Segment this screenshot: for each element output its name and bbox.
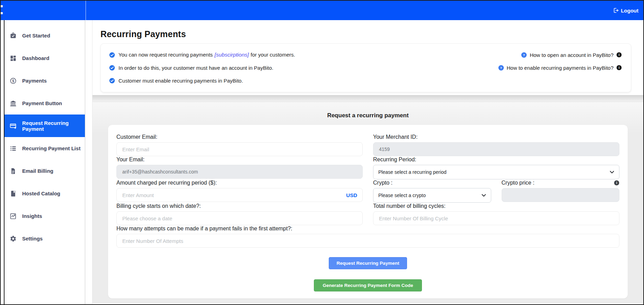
amount-input[interactable] <box>116 188 363 202</box>
svg-text:?: ? <box>500 66 502 69</box>
attempts-label: How many attempts can be made if a payme… <box>116 226 619 232</box>
info-bullet: In order to do this, your customer must … <box>109 63 295 73</box>
chart-line-icon <box>9 213 17 220</box>
info-bullets: You can now request recurring payments [… <box>109 50 295 88</box>
billing-cycles-field: Total number of billing cycles: <box>373 203 619 225</box>
currency-tag: USD <box>346 192 357 198</box>
help-link-open-account[interactable]: ? How to open an account in PayBito? i <box>498 50 622 60</box>
request-recurring-payment-button[interactable]: Request Recurring Payment <box>329 257 407 269</box>
chevron-down-icon <box>482 194 486 197</box>
sidebar-item-label: Hosted Catalog <box>22 190 60 196</box>
help-links: ? How to open an account in PayBito? i ?… <box>498 50 622 88</box>
crypto-label: Crypto : <box>373 180 491 186</box>
billing-cycles-input[interactable] <box>373 211 619 225</box>
svg-text:i: i <box>619 66 620 69</box>
info-bullet: You can now request recurring payments [… <box>109 50 295 60</box>
recurring-period-value: Please select a recurring period <box>378 169 447 175</box>
customer-email-input[interactable] <box>116 142 363 156</box>
attempts-input[interactable] <box>116 234 619 248</box>
dashboard-grid-icon <box>9 55 17 62</box>
crypto-price-input <box>502 188 620 202</box>
merchant-id-field: Your Merchant ID: <box>373 134 619 156</box>
attempts-field: How many attempts can be made if a payme… <box>116 226 619 248</box>
sidebar-item-settings[interactable]: Settings <box>5 227 85 250</box>
sidebar-item-label: Settings <box>22 236 43 242</box>
crypto-price-label: Crypto price : <box>502 180 535 186</box>
sidebar-item-email-billing[interactable]: Email Billing <box>5 160 85 182</box>
logout-button[interactable]: Logout <box>613 7 638 14</box>
your-email-input <box>116 165 363 179</box>
info-bullet: Customer must enable recurring payments … <box>109 76 295 85</box>
crypto-field: Crypto : Please select a crypto <box>373 180 491 203</box>
info-circle-icon: i <box>616 52 622 58</box>
bullet-text: You can now request recurring payments [… <box>118 52 295 58</box>
book-icon <box>9 190 17 197</box>
top-bar: Logout <box>1 1 643 20</box>
recurring-form-section: Request a recurring payment Customer Ema… <box>92 102 643 303</box>
merchant-id-input <box>373 142 619 156</box>
crypto-price-field: Crypto price : i <box>502 180 620 203</box>
frame-line <box>1 20 5 304</box>
main-content: Recurring Payments You can now request r… <box>92 20 643 304</box>
crypto-select[interactable]: Please select a crypto <box>373 188 491 203</box>
billing-date-label: Billing cycle starts on which date?: <box>116 203 363 209</box>
billing-date-field: Billing cycle starts on which date?: <box>116 203 363 225</box>
subscriptions-link[interactable]: [subscirptions] <box>214 52 249 58</box>
sidebar-item-dashboard[interactable]: Dashboard <box>5 47 85 69</box>
sidebar-item-label: Email Billing <box>22 168 53 174</box>
recurring-period-label: Recurring Period: <box>373 156 619 163</box>
merchant-id-label: Your Merchant ID: <box>373 134 619 140</box>
recurring-period-field: Recurring Period: Please select a recurr… <box>373 156 619 179</box>
chevron-down-icon <box>610 171 614 173</box>
sidebar-item-hosted-catalog[interactable]: Hosted Catalog <box>5 182 85 205</box>
billing-date-input[interactable] <box>116 211 363 225</box>
customer-email-label: Customer Email: <box>116 134 363 140</box>
card-plus-icon <box>9 122 17 129</box>
sidebar-item-insights[interactable]: Insights <box>5 205 85 227</box>
help-link-label: How to enable recurring payments in PayB… <box>507 65 614 71</box>
sidebar-item-label: Recurring Payment List <box>22 145 80 151</box>
bullet-text-before: You can now request recurring payments <box>118 52 214 58</box>
sidebar-item-label: Payment Button <box>22 100 62 106</box>
bullet-text: Customer must enable recurring payments … <box>118 78 243 84</box>
your-email-label: Your Email: <box>116 156 363 163</box>
crypto-price-info-icon[interactable]: i <box>614 180 619 186</box>
crypto-row: Crypto : Please select a crypto <box>373 180 619 203</box>
generate-form-code-button[interactable]: Generate Recurring Payment Form Code <box>314 279 422 291</box>
list-icon <box>9 145 17 152</box>
check-circle-icon <box>109 65 115 71</box>
amount-field: Amount charged per recurring period ($):… <box>116 180 363 203</box>
content-divider <box>85 20 92 304</box>
sidebar-item-payment-button[interactable]: Payment Button <box>5 92 85 115</box>
sidebar-item-payments[interactable]: $ Payments <box>5 69 85 92</box>
help-link-label: How to open an account in PayBito? <box>530 52 614 58</box>
info-card: You can now request recurring payments [… <box>100 43 631 92</box>
sidebar-item-request-recurring-payment[interactable]: Request Recurring Payment <box>5 115 85 137</box>
sidebar-item-label: Payments <box>22 78 47 84</box>
page-title: Recurring Payments <box>100 29 643 39</box>
amount-label: Amount charged per recurring period ($): <box>116 180 363 186</box>
recurring-period-select[interactable]: Please select a recurring period <box>373 165 619 179</box>
sidebar-item-label: Dashboard <box>22 55 49 61</box>
your-email-field: Your Email: <box>116 156 363 179</box>
sidebar-item-label: Insights <box>22 213 42 219</box>
billing-cycles-label: Total number of billing cycles: <box>373 203 619 209</box>
sidebar-item-recurring-payment-list[interactable]: Recurring Payment List <box>5 137 85 160</box>
bullet-text: In order to do this, your customer must … <box>118 65 273 71</box>
question-circle-icon: ? <box>521 52 527 58</box>
crypto-value: Please select a crypto <box>378 193 426 198</box>
sidebar-item-label: Get Started <box>22 33 50 39</box>
customer-email-field: Customer Email: <box>116 134 363 156</box>
help-link-enable-recurring[interactable]: ? How to enable recurring payments in Pa… <box>498 63 622 73</box>
section-heading: Request a recurring payment <box>327 112 408 119</box>
header-divider <box>86 1 86 20</box>
gear-icon <box>9 235 17 242</box>
logout-label: Logout <box>621 8 638 14</box>
question-circle-icon: ? <box>498 65 504 71</box>
svg-text:i: i <box>616 181 617 185</box>
menu-icon[interactable] <box>1 1 3 20</box>
svg-text:$: $ <box>12 79 14 83</box>
svg-text:i: i <box>619 53 620 57</box>
logout-icon <box>613 7 619 14</box>
sidebar-item-get-started[interactable]: Get Started <box>5 24 85 47</box>
